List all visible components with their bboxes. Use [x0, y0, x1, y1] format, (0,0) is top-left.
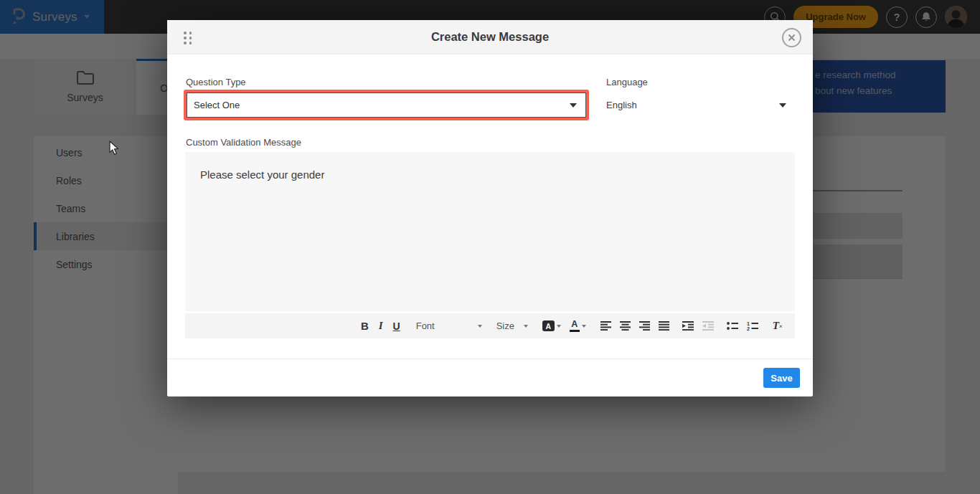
chevron-down-icon: [524, 325, 528, 328]
dialog-title: Create New Message: [431, 30, 549, 44]
remove-format-button[interactable]: T×: [773, 320, 783, 332]
text-color-icon: A: [570, 320, 580, 332]
indent-icon: [682, 321, 694, 331]
indent-button[interactable]: [682, 321, 694, 331]
numbered-list-button[interactable]: 1 2: [747, 321, 758, 331]
font-family-label: Font: [416, 320, 435, 331]
chevron-down-icon: [779, 103, 786, 108]
language-select[interactable]: English: [603, 90, 793, 120]
numbered-list-icon: 1 2: [747, 321, 758, 331]
app-root: Surveys Upgrade Now ?: [0, 0, 980, 494]
validation-message-label: Custom Validation Message: [186, 137, 301, 148]
font-family-dropdown[interactable]: Font: [416, 320, 482, 331]
question-type-value: Select One: [194, 100, 240, 110]
rich-text-editor: Please select your gender B I U Font Siz…: [185, 152, 795, 338]
font-size-dropdown[interactable]: Size: [496, 320, 528, 331]
footer-divider: [167, 358, 813, 359]
align-left-button[interactable]: [600, 321, 611, 331]
close-button[interactable]: [782, 28, 801, 47]
editor-textarea[interactable]: Please select your gender: [185, 152, 795, 311]
outdent-button[interactable]: [702, 321, 714, 331]
svg-text:2: 2: [747, 326, 750, 331]
align-left-icon: [600, 321, 611, 331]
align-right-icon: [639, 321, 650, 331]
text-color-button[interactable]: A: [570, 320, 586, 332]
align-center-button[interactable]: [620, 321, 631, 331]
svg-text:1: 1: [747, 321, 750, 326]
editor-toolbar: B I U Font Size A A: [185, 313, 795, 338]
close-icon: [788, 34, 796, 42]
remove-format-icon: T: [773, 320, 779, 332]
mouse-cursor-icon: [109, 141, 119, 156]
save-button[interactable]: Save: [763, 368, 800, 388]
question-type-label: Question Type: [186, 77, 246, 87]
chevron-down-icon: [557, 325, 561, 328]
dialog-header: Create New Message: [167, 20, 813, 54]
font-size-label: Size: [496, 320, 514, 331]
background-color-button[interactable]: A: [542, 320, 561, 331]
bullet-list-button[interactable]: [727, 321, 738, 331]
align-center-icon: [620, 321, 631, 331]
underline-button[interactable]: U: [393, 320, 400, 332]
italic-button[interactable]: I: [377, 320, 385, 332]
background-color-icon: A: [542, 320, 555, 331]
align-justify-button[interactable]: [659, 321, 669, 331]
align-right-button[interactable]: [639, 321, 650, 331]
bullet-list-icon: [727, 321, 738, 331]
align-justify-icon: [659, 321, 669, 331]
drag-handle-icon[interactable]: [184, 32, 192, 44]
chevron-down-icon: [582, 325, 586, 328]
language-label: Language: [606, 77, 648, 87]
outdent-icon: [702, 321, 714, 331]
chevron-down-icon: [570, 103, 577, 108]
question-type-select[interactable]: Select One: [187, 92, 586, 118]
question-type-highlight: Select One: [184, 90, 589, 120]
create-message-dialog: Create New Message Question Type Select …: [167, 20, 813, 396]
chevron-down-icon: [478, 325, 482, 328]
bold-button[interactable]: B: [361, 320, 369, 332]
language-value: English: [606, 100, 637, 110]
